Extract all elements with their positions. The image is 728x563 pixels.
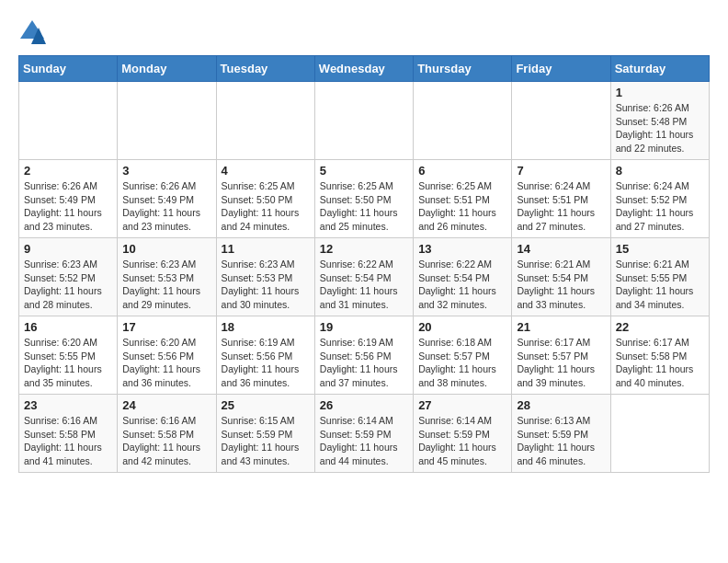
calendar-cell: 6Sunrise: 6:25 AM Sunset: 5:51 PM Daylig… <box>414 160 512 238</box>
day-info: Sunrise: 6:25 AM Sunset: 5:50 PM Dayligh… <box>222 179 310 234</box>
calendar-week-2: 9Sunrise: 6:23 AM Sunset: 5:52 PM Daylig… <box>19 238 710 316</box>
calendar-cell: 1Sunrise: 6:26 AM Sunset: 5:48 PM Daylig… <box>610 82 709 160</box>
header-day-monday: Monday <box>118 56 216 82</box>
calendar-cell: 15Sunrise: 6:21 AM Sunset: 5:55 PM Dayli… <box>610 238 709 316</box>
day-info: Sunrise: 6:14 AM Sunset: 5:59 PM Dayligh… <box>320 414 408 468</box>
calendar-cell: 7Sunrise: 6:24 AM Sunset: 5:51 PM Daylig… <box>512 160 610 238</box>
day-number: 7 <box>517 164 605 178</box>
calendar-cell: 22Sunrise: 6:17 AM Sunset: 5:58 PM Dayli… <box>610 316 709 395</box>
day-info: Sunrise: 6:26 AM Sunset: 5:48 PM Dayligh… <box>616 101 704 155</box>
calendar-cell: 8Sunrise: 6:24 AM Sunset: 5:52 PM Daylig… <box>610 160 709 238</box>
calendar-cell: 12Sunrise: 6:22 AM Sunset: 5:54 PM Dayli… <box>314 238 413 316</box>
calendar-cell <box>216 82 314 160</box>
day-number: 14 <box>517 242 605 256</box>
calendar-cell: 14Sunrise: 6:21 AM Sunset: 5:54 PM Dayli… <box>512 238 610 316</box>
calendar-week-0: 1Sunrise: 6:26 AM Sunset: 5:48 PM Daylig… <box>19 82 710 160</box>
day-info: Sunrise: 6:22 AM Sunset: 5:54 PM Dayligh… <box>320 258 408 312</box>
day-number: 10 <box>122 242 210 256</box>
day-info: Sunrise: 6:26 AM Sunset: 5:49 PM Dayligh… <box>24 179 112 234</box>
logo <box>18 18 51 46</box>
calendar-cell: 19Sunrise: 6:19 AM Sunset: 5:56 PM Dayli… <box>314 316 413 395</box>
calendar-cell: 9Sunrise: 6:23 AM Sunset: 5:52 PM Daylig… <box>19 238 118 316</box>
day-number: 1 <box>616 86 704 99</box>
calendar-cell: 4Sunrise: 6:25 AM Sunset: 5:50 PM Daylig… <box>216 160 314 238</box>
day-info: Sunrise: 6:24 AM Sunset: 5:52 PM Dayligh… <box>616 179 704 234</box>
calendar-cell <box>314 82 413 160</box>
day-info: Sunrise: 6:19 AM Sunset: 5:56 PM Dayligh… <box>320 336 408 390</box>
day-info: Sunrise: 6:23 AM Sunset: 5:53 PM Dayligh… <box>222 258 310 312</box>
day-number: 6 <box>418 164 506 178</box>
day-info: Sunrise: 6:17 AM Sunset: 5:58 PM Dayligh… <box>616 336 704 390</box>
header-day-friday: Friday <box>512 56 610 82</box>
day-info: Sunrise: 6:21 AM Sunset: 5:54 PM Dayligh… <box>517 258 605 312</box>
day-number: 25 <box>222 398 310 412</box>
header-day-wednesday: Wednesday <box>314 56 413 82</box>
calendar-cell: 20Sunrise: 6:18 AM Sunset: 5:57 PM Dayli… <box>414 316 512 395</box>
day-info: Sunrise: 6:15 AM Sunset: 5:59 PM Dayligh… <box>222 414 310 468</box>
day-number: 24 <box>122 398 210 412</box>
day-number: 3 <box>122 164 210 178</box>
calendar-cell: 11Sunrise: 6:23 AM Sunset: 5:53 PM Dayli… <box>216 238 314 316</box>
day-info: Sunrise: 6:17 AM Sunset: 5:57 PM Dayligh… <box>517 336 605 390</box>
day-number: 2 <box>24 164 112 178</box>
calendar-week-3: 16Sunrise: 6:20 AM Sunset: 5:55 PM Dayli… <box>19 316 710 395</box>
calendar-cell: 5Sunrise: 6:25 AM Sunset: 5:50 PM Daylig… <box>314 160 413 238</box>
calendar-cell: 21Sunrise: 6:17 AM Sunset: 5:57 PM Dayli… <box>512 316 610 395</box>
day-info: Sunrise: 6:18 AM Sunset: 5:57 PM Dayligh… <box>418 336 506 390</box>
header-row: SundayMondayTuesdayWednesdayThursdayFrid… <box>19 56 710 82</box>
day-number: 22 <box>616 320 704 334</box>
day-number: 28 <box>517 398 605 412</box>
day-number: 12 <box>320 242 408 256</box>
calendar-week-1: 2Sunrise: 6:26 AM Sunset: 5:49 PM Daylig… <box>19 160 710 238</box>
day-number: 9 <box>24 242 112 256</box>
calendar-cell: 26Sunrise: 6:14 AM Sunset: 5:59 PM Dayli… <box>314 395 413 473</box>
header-day-tuesday: Tuesday <box>216 56 314 82</box>
day-number: 15 <box>616 242 704 256</box>
day-number: 18 <box>222 320 310 334</box>
day-info: Sunrise: 6:20 AM Sunset: 5:55 PM Dayligh… <box>24 336 112 390</box>
calendar-cell: 25Sunrise: 6:15 AM Sunset: 5:59 PM Dayli… <box>216 395 314 473</box>
calendar-cell: 3Sunrise: 6:26 AM Sunset: 5:49 PM Daylig… <box>118 160 216 238</box>
logo-icon <box>18 18 46 46</box>
day-info: Sunrise: 6:23 AM Sunset: 5:52 PM Dayligh… <box>24 258 112 312</box>
day-number: 17 <box>122 320 210 334</box>
day-info: Sunrise: 6:13 AM Sunset: 5:59 PM Dayligh… <box>517 414 605 468</box>
day-info: Sunrise: 6:25 AM Sunset: 5:51 PM Dayligh… <box>418 179 506 234</box>
day-info: Sunrise: 6:16 AM Sunset: 5:58 PM Dayligh… <box>24 414 112 468</box>
calendar-week-4: 23Sunrise: 6:16 AM Sunset: 5:58 PM Dayli… <box>19 395 710 473</box>
day-number: 21 <box>517 320 605 334</box>
calendar-body: 1Sunrise: 6:26 AM Sunset: 5:48 PM Daylig… <box>19 82 710 473</box>
calendar-cell <box>118 82 216 160</box>
calendar-cell: 17Sunrise: 6:20 AM Sunset: 5:56 PM Dayli… <box>118 316 216 395</box>
day-number: 16 <box>24 320 112 334</box>
day-info: Sunrise: 6:25 AM Sunset: 5:50 PM Dayligh… <box>320 179 408 234</box>
calendar-cell: 13Sunrise: 6:22 AM Sunset: 5:54 PM Dayli… <box>414 238 512 316</box>
day-info: Sunrise: 6:23 AM Sunset: 5:53 PM Dayligh… <box>122 258 210 312</box>
day-number: 5 <box>320 164 408 178</box>
calendar-cell: 18Sunrise: 6:19 AM Sunset: 5:56 PM Dayli… <box>216 316 314 395</box>
day-number: 26 <box>320 398 408 412</box>
calendar-cell: 10Sunrise: 6:23 AM Sunset: 5:53 PM Dayli… <box>118 238 216 316</box>
calendar-cell <box>512 82 610 160</box>
calendar-table: SundayMondayTuesdayWednesdayThursdayFrid… <box>18 55 710 473</box>
page-header <box>18 18 710 46</box>
day-info: Sunrise: 6:16 AM Sunset: 5:58 PM Dayligh… <box>122 414 210 468</box>
calendar-cell: 16Sunrise: 6:20 AM Sunset: 5:55 PM Dayli… <box>19 316 118 395</box>
calendar-header: SundayMondayTuesdayWednesdayThursdayFrid… <box>19 56 710 82</box>
calendar-cell <box>414 82 512 160</box>
day-number: 27 <box>418 398 506 412</box>
header-day-thursday: Thursday <box>414 56 512 82</box>
day-info: Sunrise: 6:19 AM Sunset: 5:56 PM Dayligh… <box>222 336 310 390</box>
day-number: 19 <box>320 320 408 334</box>
day-number: 13 <box>418 242 506 256</box>
calendar-cell: 24Sunrise: 6:16 AM Sunset: 5:58 PM Dayli… <box>118 395 216 473</box>
day-number: 23 <box>24 398 112 412</box>
calendar-cell: 23Sunrise: 6:16 AM Sunset: 5:58 PM Dayli… <box>19 395 118 473</box>
calendar-cell <box>610 395 709 473</box>
calendar-cell: 2Sunrise: 6:26 AM Sunset: 5:49 PM Daylig… <box>19 160 118 238</box>
day-number: 11 <box>222 242 310 256</box>
calendar-cell <box>19 82 118 160</box>
day-number: 20 <box>418 320 506 334</box>
day-info: Sunrise: 6:20 AM Sunset: 5:56 PM Dayligh… <box>122 336 210 390</box>
header-day-sunday: Sunday <box>19 56 118 82</box>
